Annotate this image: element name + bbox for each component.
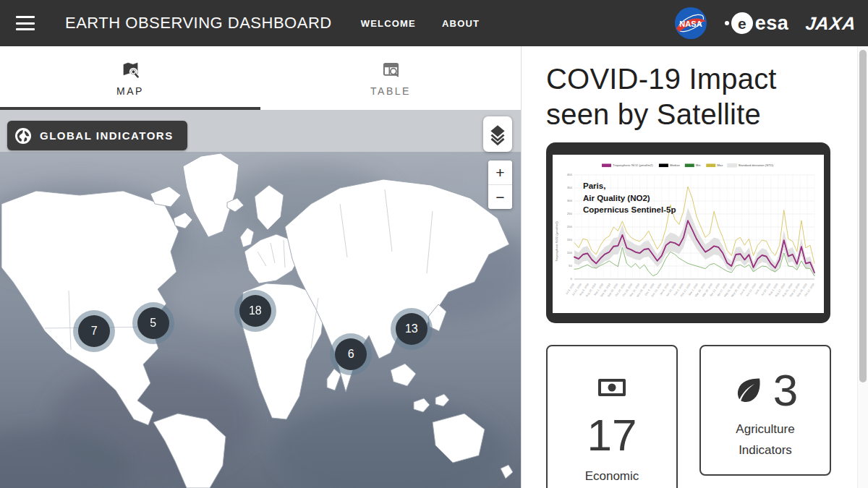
tab-table[interactable]: TABLE <box>260 46 521 110</box>
cluster-count: 5 <box>137 307 169 339</box>
cluster-count: 7 <box>78 315 110 347</box>
app-header: EARTH OBSERVING DASHBOARD WELCOME ABOUT … <box>0 0 868 46</box>
svg-text:350: 350 <box>567 186 573 189</box>
economic-label: Economic <box>585 469 639 484</box>
economic-count: 17 <box>587 413 637 458</box>
svg-text:50: 50 <box>569 264 572 267</box>
panel-title: COVID-19 Impact seen by Satellite <box>546 61 825 132</box>
cluster-marker[interactable]: 13 <box>391 308 433 350</box>
svg-text:300: 300 <box>567 199 573 202</box>
esa-dot-icon <box>725 21 729 25</box>
svg-text:Air Quality (NO2): Air Quality (NO2) <box>583 194 650 202</box>
agency-logos: NASA e esa JAXA <box>674 7 856 40</box>
cluster-marker[interactable]: 7 <box>73 310 115 352</box>
svg-text:150: 150 <box>567 238 573 241</box>
svg-text:Tropospheric NO2 (µmol/m2): Tropospheric NO2 (µmol/m2) <box>555 221 558 262</box>
header-nav: WELCOME ABOUT <box>361 18 480 29</box>
layers-icon <box>488 123 507 146</box>
svg-text:250: 250 <box>567 212 573 215</box>
cluster-count: 18 <box>239 295 271 327</box>
view-tabbar: MAP TABLE <box>0 46 521 110</box>
nasa-logo-icon: NASA <box>674 7 707 40</box>
agriculture-label-line1: Agriculture <box>736 419 794 440</box>
map-canvas[interactable]: GLOBAL INDICATORS + − 7518613 <box>0 110 521 488</box>
svg-text:100: 100 <box>567 251 573 254</box>
global-indicators-label: GLOBAL INDICATORS <box>40 129 174 142</box>
cluster-marker[interactable]: 18 <box>234 290 276 332</box>
svg-text:200: 200 <box>567 225 573 228</box>
scrollbar-thumb[interactable] <box>859 50 867 382</box>
layers-button[interactable] <box>483 116 512 152</box>
svg-text:Standard deviation (STD): Standard deviation (STD) <box>739 163 774 167</box>
chart-figure-frame: Jul 8, 2019Jul 22, 2019Aug 5, 2019Aug 19… <box>546 142 830 323</box>
global-indicators-button[interactable]: GLOBAL INDICATORS <box>7 121 187 150</box>
tab-map-label: MAP <box>116 85 144 97</box>
cluster-marker[interactable]: 6 <box>330 333 372 375</box>
jaxa-logo: JAXA <box>805 13 858 34</box>
indicator-cards: 17 Economic 3 Agriculture Indicators <box>546 345 868 488</box>
tab-map[interactable]: MAP <box>0 46 260 110</box>
zoom-in-button[interactable]: + <box>488 160 512 184</box>
nav-link-welcome[interactable]: WELCOME <box>361 18 416 29</box>
svg-text:Max: Max <box>717 163 723 167</box>
no2-chart: Jul 8, 2019Jul 22, 2019Aug 5, 2019Aug 19… <box>553 155 824 313</box>
nav-link-about[interactable]: ABOUT <box>442 18 480 29</box>
zoom-out-button[interactable]: − <box>488 185 512 209</box>
esa-emblem-icon: e <box>731 12 753 34</box>
cluster-count: 13 <box>396 313 427 345</box>
map-zoom-control: + − <box>488 160 512 209</box>
economic-indicators-card[interactable]: 17 Economic <box>546 345 678 488</box>
svg-text:400: 400 <box>567 173 573 176</box>
svg-text:0: 0 <box>571 277 573 281</box>
agriculture-label-line2: Indicators <box>736 440 794 461</box>
cluster-marker[interactable]: 5 <box>132 302 174 344</box>
map-panel: MAP TABLE <box>0 46 521 488</box>
scrollbar-track[interactable] <box>857 46 868 488</box>
covid-panel: COVID-19 Impact seen by Satellite Jul 8,… <box>521 46 868 488</box>
agriculture-indicators-card[interactable]: 3 Agriculture Indicators <box>699 345 831 476</box>
cluster-count: 6 <box>335 338 367 370</box>
hamburger-icon <box>16 16 35 18</box>
leaf-icon <box>733 374 765 406</box>
svg-text:Median: Median <box>670 163 681 167</box>
svg-text:NASA: NASA <box>679 20 702 28</box>
esa-logo: e esa <box>725 12 789 35</box>
svg-text:Copernicus Sentinel-5p: Copernicus Sentinel-5p <box>583 205 676 214</box>
svg-text:Paris,: Paris, <box>583 181 605 190</box>
app-title: EARTH OBSERVING DASHBOARD <box>65 14 332 33</box>
globe-icon <box>14 127 32 145</box>
map-search-icon <box>121 60 140 80</box>
agriculture-count: 3 <box>773 368 798 413</box>
banknote-icon <box>597 378 626 397</box>
table-search-icon <box>381 60 401 80</box>
chart-figure: Jul 8, 2019Jul 22, 2019Aug 5, 2019Aug 19… <box>553 155 824 313</box>
svg-text:Tropospheric NO2 (µmol/m2): Tropospheric NO2 (µmol/m2) <box>613 163 653 167</box>
svg-text:Min: Min <box>696 163 702 167</box>
hamburger-menu-button[interactable] <box>16 16 35 30</box>
tab-table-label: TABLE <box>370 85 411 97</box>
